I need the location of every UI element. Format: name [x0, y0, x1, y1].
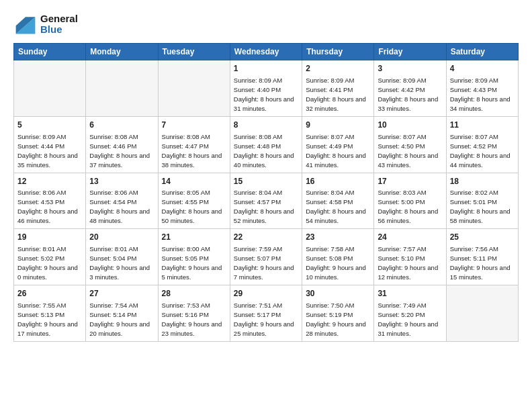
- day-number: 5: [17, 120, 82, 131]
- day-info: Sunrise: 8:01 AMSunset: 5:02 PMDaylight:…: [17, 245, 78, 281]
- day-info: Sunrise: 7:56 AMSunset: 5:11 PMDaylight:…: [450, 245, 511, 281]
- day-number: 6: [89, 120, 154, 131]
- calendar-cell: 14 Sunrise: 8:05 AMSunset: 4:55 PMDaylig…: [158, 173, 230, 229]
- calendar-cell: [446, 285, 518, 342]
- calendar-cell: 6 Sunrise: 8:08 AMSunset: 4:46 PMDayligh…: [86, 116, 158, 173]
- day-info: Sunrise: 7:55 AMSunset: 5:13 PMDaylight:…: [17, 302, 78, 337]
- day-header-saturday: Saturday: [446, 44, 518, 60]
- calendar-week-5: 26 Sunrise: 7:55 AMSunset: 5:13 PMDaylig…: [14, 285, 519, 342]
- calendar-cell: 30 Sunrise: 7:50 AMSunset: 5:19 PMDaylig…: [302, 285, 374, 342]
- day-header-tuesday: Tuesday: [158, 44, 230, 60]
- calendar-cell: 15 Sunrise: 8:04 AMSunset: 4:57 PMDaylig…: [230, 173, 302, 229]
- day-info: Sunrise: 8:09 AMSunset: 4:43 PMDaylight:…: [450, 77, 511, 112]
- calendar-cell: 11 Sunrise: 8:07 AMSunset: 4:52 PMDaylig…: [446, 116, 518, 173]
- day-header-monday: Monday: [86, 44, 158, 60]
- day-info: Sunrise: 8:05 AMSunset: 4:55 PMDaylight:…: [162, 189, 222, 224]
- day-number: 10: [378, 120, 442, 131]
- day-info: Sunrise: 7:57 AMSunset: 5:10 PMDaylight:…: [378, 245, 438, 281]
- calendar-cell: 22 Sunrise: 7:59 AMSunset: 5:07 PMDaylig…: [230, 229, 302, 285]
- calendar-week-3: 12 Sunrise: 8:06 AMSunset: 4:53 PMDaylig…: [14, 173, 519, 229]
- day-number: 20: [89, 232, 154, 243]
- day-number: 24: [378, 232, 442, 243]
- day-info: Sunrise: 8:07 AMSunset: 4:49 PMDaylight:…: [306, 133, 366, 169]
- calendar-cell: 9 Sunrise: 8:07 AMSunset: 4:49 PMDayligh…: [302, 116, 374, 173]
- calendar-cell: 10 Sunrise: 8:07 AMSunset: 4:50 PMDaylig…: [374, 116, 446, 173]
- day-number: 29: [234, 288, 298, 300]
- calendar-cell: 28 Sunrise: 7:53 AMSunset: 5:16 PMDaylig…: [158, 285, 230, 342]
- day-info: Sunrise: 8:07 AMSunset: 4:50 PMDaylight:…: [378, 133, 438, 169]
- calendar-cell: 4 Sunrise: 8:09 AMSunset: 4:43 PMDayligh…: [446, 60, 518, 117]
- day-number: 3: [378, 63, 442, 75]
- calendar-cell: 16 Sunrise: 8:04 AMSunset: 4:58 PMDaylig…: [302, 173, 374, 229]
- day-info: Sunrise: 8:08 AMSunset: 4:48 PMDaylight:…: [234, 133, 294, 169]
- day-number: 16: [306, 176, 370, 187]
- calendar-cell: 17 Sunrise: 8:03 AMSunset: 5:00 PMDaylig…: [374, 173, 446, 229]
- day-number: 17: [378, 176, 442, 187]
- day-number: 12: [17, 176, 82, 187]
- day-header-thursday: Thursday: [302, 44, 374, 60]
- calendar-week-2: 5 Sunrise: 8:09 AMSunset: 4:44 PMDayligh…: [14, 116, 519, 173]
- page: General Blue SundayMondayTuesdayWednesda…: [0, 0, 532, 411]
- day-info: Sunrise: 8:09 AMSunset: 4:44 PMDaylight:…: [17, 133, 78, 169]
- day-info: Sunrise: 8:08 AMSunset: 4:47 PMDaylight:…: [162, 133, 222, 169]
- day-info: Sunrise: 8:00 AMSunset: 5:05 PMDaylight:…: [162, 245, 222, 281]
- day-info: Sunrise: 8:09 AMSunset: 4:42 PMDaylight:…: [378, 77, 438, 112]
- day-info: Sunrise: 8:04 AMSunset: 4:58 PMDaylight:…: [306, 189, 366, 224]
- calendar-cell: 20 Sunrise: 8:01 AMSunset: 5:04 PMDaylig…: [86, 229, 158, 285]
- calendar-cell: 27 Sunrise: 7:54 AMSunset: 5:14 PMDaylig…: [86, 285, 158, 342]
- day-info: Sunrise: 8:01 AMSunset: 5:04 PMDaylight:…: [89, 245, 150, 281]
- day-info: Sunrise: 8:02 AMSunset: 5:01 PMDaylight:…: [450, 189, 511, 224]
- calendar-cell: 29 Sunrise: 7:51 AMSunset: 5:17 PMDaylig…: [230, 285, 302, 342]
- day-number: 8: [234, 120, 298, 131]
- logo-general: General: [40, 13, 78, 24]
- day-number: 19: [17, 232, 82, 243]
- day-number: 13: [89, 176, 154, 187]
- day-header-sunday: Sunday: [14, 44, 86, 60]
- calendar-cell: 5 Sunrise: 8:09 AMSunset: 4:44 PMDayligh…: [14, 116, 86, 173]
- calendar-cell: 31 Sunrise: 7:49 AMSunset: 5:20 PMDaylig…: [374, 285, 446, 342]
- calendar-cell: 3 Sunrise: 8:09 AMSunset: 4:42 PMDayligh…: [374, 60, 446, 117]
- calendar-cell: [14, 60, 86, 117]
- day-info: Sunrise: 8:09 AMSunset: 4:40 PMDaylight:…: [234, 77, 294, 112]
- day-number: 30: [306, 288, 370, 300]
- day-info: Sunrise: 7:53 AMSunset: 5:16 PMDaylight:…: [162, 302, 222, 337]
- calendar-cell: 24 Sunrise: 7:57 AMSunset: 5:10 PMDaylig…: [374, 229, 446, 285]
- day-number: 26: [17, 288, 82, 300]
- calendar-cell: [158, 60, 230, 117]
- day-info: Sunrise: 8:03 AMSunset: 5:00 PMDaylight:…: [378, 189, 438, 224]
- day-number: 22: [234, 232, 298, 243]
- day-number: 4: [450, 63, 515, 75]
- day-info: Sunrise: 7:59 AMSunset: 5:07 PMDaylight:…: [234, 245, 294, 281]
- calendar-week-1: 1 Sunrise: 8:09 AMSunset: 4:40 PMDayligh…: [14, 60, 519, 117]
- day-info: Sunrise: 8:08 AMSunset: 4:46 PMDaylight:…: [89, 133, 150, 169]
- logo-text-block: General Blue: [40, 13, 78, 35]
- day-info: Sunrise: 7:50 AMSunset: 5:19 PMDaylight:…: [306, 302, 366, 337]
- day-number: 14: [162, 176, 226, 187]
- day-info: Sunrise: 8:06 AMSunset: 4:54 PMDaylight:…: [89, 189, 150, 224]
- calendar-cell: 21 Sunrise: 8:00 AMSunset: 5:05 PMDaylig…: [158, 229, 230, 285]
- calendar-cell: 7 Sunrise: 8:08 AMSunset: 4:47 PMDayligh…: [158, 116, 230, 173]
- day-info: Sunrise: 7:58 AMSunset: 5:08 PMDaylight:…: [306, 245, 366, 281]
- calendar-cell: 13 Sunrise: 8:06 AMSunset: 4:54 PMDaylig…: [86, 173, 158, 229]
- day-number: 9: [306, 120, 370, 131]
- day-number: 23: [306, 232, 370, 243]
- calendar-cell: [86, 60, 158, 117]
- day-number: 21: [162, 232, 226, 243]
- day-header-friday: Friday: [374, 44, 446, 60]
- day-info: Sunrise: 8:07 AMSunset: 4:52 PMDaylight:…: [450, 133, 511, 169]
- day-info: Sunrise: 8:09 AMSunset: 4:41 PMDaylight:…: [306, 77, 366, 112]
- day-info: Sunrise: 7:49 AMSunset: 5:20 PMDaylight:…: [378, 302, 438, 337]
- day-info: Sunrise: 8:04 AMSunset: 4:57 PMDaylight:…: [234, 189, 294, 224]
- header: General Blue: [13, 12, 519, 36]
- calendar: SundayMondayTuesdayWednesdayThursdayFrid…: [13, 43, 519, 342]
- calendar-week-4: 19 Sunrise: 8:01 AMSunset: 5:02 PMDaylig…: [14, 229, 519, 285]
- day-info: Sunrise: 8:06 AMSunset: 4:53 PMDaylight:…: [17, 189, 78, 224]
- logo-blue: Blue: [40, 24, 78, 35]
- day-header-wednesday: Wednesday: [230, 44, 302, 60]
- calendar-cell: 25 Sunrise: 7:56 AMSunset: 5:11 PMDaylig…: [446, 229, 518, 285]
- day-number: 27: [89, 288, 154, 300]
- calendar-cell: 1 Sunrise: 8:09 AMSunset: 4:40 PMDayligh…: [230, 60, 302, 117]
- calendar-cell: 18 Sunrise: 8:02 AMSunset: 5:01 PMDaylig…: [446, 173, 518, 229]
- day-number: 25: [450, 232, 515, 243]
- day-number: 2: [306, 63, 370, 75]
